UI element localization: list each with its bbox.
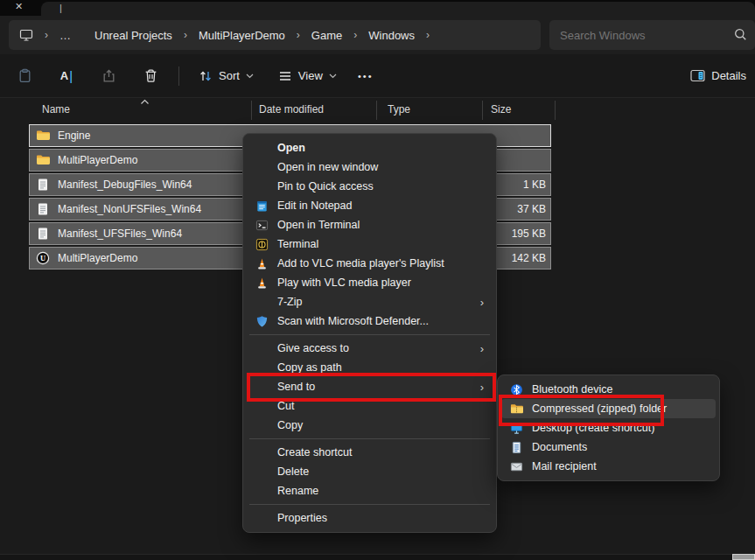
chevron-right-icon: › bbox=[353, 29, 357, 41]
menu-item-play-with-vlc[interactable]: Play with VLC media player bbox=[247, 273, 493, 292]
menu-item-add-to-vlc-playlist[interactable]: Add to VLC media player's Playlist bbox=[247, 254, 493, 273]
file-size: 195 KB bbox=[512, 228, 546, 240]
highlight-box-compressed-zipped-folder bbox=[499, 395, 664, 426]
column-header-size[interactable]: Size bbox=[491, 103, 511, 116]
menu-item-rename[interactable]: Rename bbox=[247, 481, 493, 500]
menu-separator bbox=[249, 438, 490, 439]
column-header-type[interactable]: Type bbox=[388, 103, 410, 116]
column-header-name[interactable]: Name bbox=[42, 103, 70, 116]
close-icon[interactable]: ✕ bbox=[15, 1, 23, 12]
rename-button[interactable]: A| bbox=[49, 61, 84, 91]
breadcrumb-item-multiplayerdemo[interactable]: MultiPlayerDemo bbox=[199, 29, 285, 42]
notepad-icon bbox=[255, 199, 269, 213]
breadcrumb-item-game[interactable]: Game bbox=[311, 29, 342, 42]
vlc-icon bbox=[255, 256, 269, 270]
menu-item-open[interactable]: Open bbox=[247, 138, 493, 158]
text-file-icon bbox=[36, 202, 50, 216]
text-file-icon bbox=[36, 227, 50, 241]
scrollbar-corner[interactable] bbox=[732, 554, 755, 560]
menu-item-open-in-terminal[interactable]: Open in Terminal bbox=[247, 215, 493, 234]
documents-icon bbox=[509, 440, 523, 454]
unreal-engine-icon: U bbox=[36, 251, 50, 265]
toolbar-divider bbox=[178, 66, 179, 86]
paste-icon bbox=[17, 68, 32, 83]
column-divider[interactable] bbox=[251, 101, 252, 120]
menu-item-open-in-new-window[interactable]: Open in new window bbox=[247, 158, 493, 177]
address-bar-row: › … Unreal Projects › MultiPlayerDemo › … bbox=[0, 16, 755, 54]
highlight-box-send-to bbox=[247, 373, 496, 402]
details-pane-icon bbox=[690, 69, 705, 82]
more-icon: ••• bbox=[358, 71, 374, 81]
mail-envelope-icon bbox=[509, 459, 523, 473]
menu-item-edit-in-notepad[interactable]: Edit in Notepad bbox=[247, 196, 493, 215]
sort-button[interactable]: Sort bbox=[190, 61, 262, 91]
tab-strip: ✕ | bbox=[0, 0, 755, 16]
view-icon bbox=[278, 69, 292, 83]
submenu-item-documents[interactable]: Documents bbox=[501, 438, 716, 457]
breadcrumb[interactable]: › … Unreal Projects › MultiPlayerDemo › … bbox=[9, 20, 541, 50]
file-size: 1 KB bbox=[523, 178, 546, 191]
trash-icon bbox=[143, 68, 158, 83]
tab-cursor: | bbox=[59, 3, 62, 13]
breadcrumb-item-windows[interactable]: Windows bbox=[368, 29, 415, 42]
breadcrumb-item-unreal-projects[interactable]: Unreal Projects bbox=[94, 29, 172, 42]
explorer-tab[interactable]: | bbox=[41, 2, 755, 16]
menu-item-properties[interactable]: Properties bbox=[247, 508, 493, 528]
folder-icon bbox=[36, 153, 50, 167]
terminal-icon bbox=[255, 218, 269, 232]
search-input[interactable] bbox=[549, 29, 720, 42]
status-strip bbox=[0, 554, 755, 560]
submenu-arrow-icon: › bbox=[480, 342, 484, 355]
search-icon bbox=[734, 28, 747, 41]
terminal-app-icon bbox=[255, 237, 269, 251]
details-button[interactable]: Details bbox=[687, 61, 750, 91]
submenu-arrow-icon: › bbox=[480, 296, 484, 309]
rename-icon: A| bbox=[60, 68, 73, 83]
defender-shield-icon bbox=[255, 314, 269, 328]
vlc-icon bbox=[255, 276, 269, 290]
menu-separator bbox=[249, 334, 490, 335]
sort-icon bbox=[199, 69, 213, 83]
file-size: 142 KB bbox=[512, 252, 546, 264]
menu-item-terminal[interactable]: Terminal bbox=[247, 234, 493, 254]
search-box[interactable] bbox=[549, 20, 755, 50]
view-button[interactable]: View bbox=[269, 61, 346, 91]
menu-separator bbox=[249, 504, 490, 505]
details-label: Details bbox=[711, 69, 746, 82]
column-divider[interactable] bbox=[482, 101, 483, 120]
sort-ascending-caret-icon bbox=[140, 99, 150, 105]
menu-item-create-shortcut[interactable]: Create shortcut bbox=[247, 443, 493, 462]
send-to-submenu: Bluetooth device Compressed (zipped) fol… bbox=[497, 374, 720, 481]
chevron-right-icon: › bbox=[426, 29, 430, 41]
view-label: View bbox=[298, 69, 323, 82]
menu-item-give-access-to[interactable]: Give access to› bbox=[247, 339, 493, 358]
more-options-button[interactable]: ••• bbox=[353, 61, 379, 91]
share-icon bbox=[101, 68, 116, 83]
chevron-down-icon bbox=[329, 74, 337, 79]
sort-label: Sort bbox=[219, 69, 240, 82]
chevron-right-icon: › bbox=[45, 29, 48, 41]
menu-item-7zip[interactable]: 7-Zip› bbox=[247, 292, 493, 312]
folder-icon bbox=[36, 129, 50, 143]
menu-item-delete[interactable]: Delete bbox=[247, 462, 493, 481]
menu-item-scan-with-defender[interactable]: Scan with Microsoft Defender... bbox=[247, 312, 493, 331]
this-pc-monitor-icon bbox=[19, 28, 33, 42]
file-explorer-window: ✕ | › … Unreal Projects › MultiPlayerDem… bbox=[0, 0, 755, 560]
column-divider[interactable] bbox=[555, 101, 556, 120]
chevron-down-icon bbox=[246, 74, 254, 79]
file-size: 37 KB bbox=[517, 203, 546, 215]
paste-button[interactable] bbox=[7, 61, 42, 91]
context-menu: Open Open in new window Pin to Quick acc… bbox=[242, 133, 497, 533]
svg-text:U: U bbox=[40, 254, 45, 262]
text-file-icon bbox=[36, 178, 50, 192]
column-divider[interactable] bbox=[376, 101, 377, 120]
chevron-right-icon: › bbox=[184, 29, 187, 41]
submenu-item-mail-recipient[interactable]: Mail recipient bbox=[501, 457, 716, 476]
toolbar: A| Sort View ••• Details bbox=[0, 54, 755, 97]
menu-item-copy[interactable]: Copy bbox=[247, 416, 493, 435]
delete-button[interactable] bbox=[133, 61, 168, 91]
share-button[interactable] bbox=[91, 61, 126, 91]
menu-item-pin-to-quick-access[interactable]: Pin to Quick access bbox=[247, 177, 493, 196]
column-header-date-modified[interactable]: Date modified bbox=[259, 103, 324, 116]
breadcrumb-overflow[interactable]: … bbox=[59, 29, 72, 42]
